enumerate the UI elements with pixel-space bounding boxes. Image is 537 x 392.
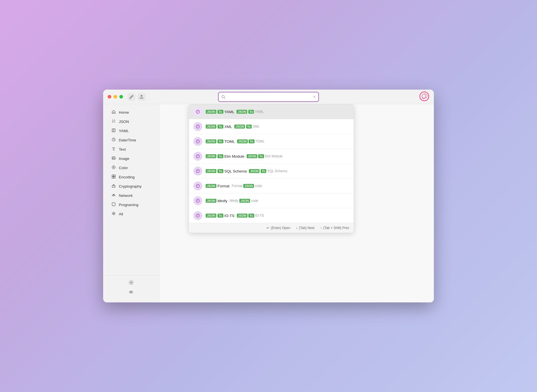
sub-badge-json: JSON [234,125,245,129]
title-text: XML [224,125,232,129]
item-icon [193,181,202,190]
svg-point-22 [196,214,200,217]
svg-point-7 [113,167,114,168]
svg-rect-11 [114,177,115,178]
sidebar-item-text[interactable]: Text [105,145,157,154]
title-text: Minify [217,199,227,203]
programming-icon [111,202,116,207]
sub-text: IO-TS [255,214,264,218]
svg-point-18 [196,155,200,158]
sidebar-footer [103,275,159,299]
minimize-button[interactable] [114,95,117,99]
settings-button[interactable] [103,278,159,287]
tab-hint: ↓ (Tab) Next [296,226,314,230]
edit-button[interactable] [128,93,135,101]
sidebar-item-cryptography[interactable]: Cryptography [105,182,157,191]
svg-rect-10 [112,177,114,178]
badge-json: JSON [206,184,216,188]
logo-area [419,91,429,102]
datetime-icon [111,137,116,143]
svg-rect-8 [112,175,114,177]
sub-badge-json: JSON [247,154,257,158]
sidebar-item-label: Color [119,166,128,170]
sidebar-item-label: YAML [119,129,129,133]
sidebar-item-label: Text [119,147,126,151]
search-clear-button[interactable]: × [313,95,316,99]
dropdown-item-json-to-iots[interactable]: JSON To IO-TS JSON To IO-TS [189,208,354,223]
titlebar-actions [128,93,145,101]
search-icon [221,95,225,99]
main-content: Home JSON YAML [103,104,434,302]
tool-icon [196,154,200,158]
subtitle: JSON To SQL Schema [249,169,287,173]
badge-json: JSON [206,169,216,173]
badge-json: JSON [206,110,216,114]
sub-badge-to: To [246,125,252,129]
dropdown-item-json-to-yaml[interactable]: JSON To YAML JSON To YAML [189,104,354,119]
yaml-icon [111,128,116,133]
menu-button[interactable] [103,287,159,297]
sidebar-item-programming[interactable]: Programing [105,200,157,209]
sub-text: Elm Module [265,154,283,158]
sidebar-item-image[interactable]: Image [105,154,157,163]
dropdown-item-json-to-elm[interactable]: JSON To Elm Module JSON To Elm Module [189,149,354,164]
traffic-lights [108,95,123,99]
sidebar-item-yaml[interactable]: YAML [105,126,157,135]
content-area: JSON To YAML JSON To YAML [159,104,434,302]
sidebar: Home JSON YAML [103,104,159,302]
dropdown-item-json-to-toml[interactable]: JSON To TOML JSON To TOML [189,134,354,149]
search-container: json to yml × [218,92,319,102]
svg-point-19 [196,169,200,173]
svg-rect-9 [114,175,115,177]
share-button[interactable] [138,93,145,101]
item-icon [193,167,202,176]
tool-icon [196,109,200,114]
settings-icon [129,280,134,285]
svg-rect-4 [112,157,115,159]
titlebar: json to yml × [103,90,434,104]
badge-to: To [217,125,223,129]
app-window: json to yml × [103,90,434,302]
sub-pre: Minify [230,199,239,203]
dropdown-item-json-to-xml[interactable]: JSON To XML JSON To XML [189,119,354,134]
app-logo [419,91,429,101]
sidebar-item-all[interactable]: All [105,209,157,218]
tool-icon [196,213,200,218]
sidebar-nav: Home JSON YAML [103,108,159,275]
dropdown-footer: ↵ (Enter) Open ↓ (Tab) Next ↑ (Tab + Shi… [189,223,354,233]
sidebar-item-datetime[interactable]: Date/Time [105,136,157,144]
subtitle: JSON To IO-TS [237,214,264,218]
title-text: SQL Schema [224,169,247,173]
badge-json: JSON [206,154,216,158]
sub-badge-to: To [261,169,267,173]
home-icon [111,110,116,115]
item-icon [193,152,202,161]
dropdown-list: JSON To YAML JSON To YAML [189,104,354,223]
close-button[interactable] [108,95,111,99]
maximize-button[interactable] [119,95,123,99]
dropdown-item-json-format[interactable]: JSON Format Format JSON code [189,179,354,193]
title-text: Format [217,184,230,188]
svg-point-14 [130,282,132,283]
dropdown-item-json-minify[interactable]: JSON Minify Minify JSON code [189,193,354,208]
dropdown-item-json-to-sql[interactable]: JSON To SQL Schema JSON To SQL Schema [189,164,354,179]
sub-badge-json: JSON [243,184,254,188]
sidebar-item-label: Network [119,193,133,198]
menu-icon [129,290,134,295]
sidebar-item-encoding[interactable]: Encoding [105,172,157,181]
shift-hint: ↑ (Tab + Shift) Prev [320,226,349,230]
badge-to: To [217,214,223,218]
sub-text: XML [253,125,260,129]
sub-badge-json: JSON [237,110,247,114]
title-text: YAML [224,110,235,114]
search-input[interactable]: json to yml [228,95,311,99]
item-icon [193,211,202,220]
item-title: JSON Format Format JSON code [206,184,262,188]
tool-icon [196,124,200,129]
search-dropdown: JSON To YAML JSON To YAML [189,104,354,233]
sub-text: SQL Schema [267,169,287,173]
sidebar-item-color[interactable]: Color [105,163,157,172]
sidebar-item-network[interactable]: Network [105,191,157,200]
sidebar-item-home[interactable]: Home [105,108,157,117]
sidebar-item-json[interactable]: JSON [105,117,157,126]
